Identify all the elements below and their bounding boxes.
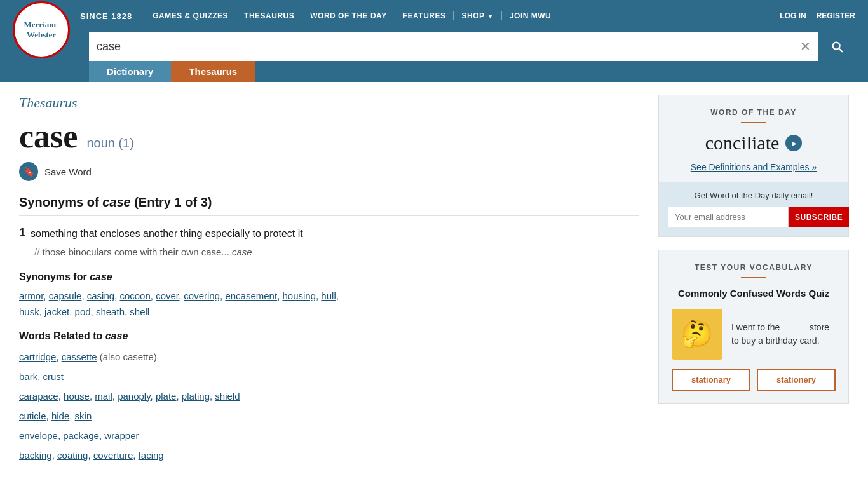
related-group-1: cartridge, cassette (also casette) (19, 348, 639, 365)
synonyms-list: armor, capsule, casing, cocoon, cover, c… (19, 288, 639, 320)
auth-area: LOG IN REGISTER (780, 11, 855, 20)
wod-underline (741, 122, 766, 123)
logo-text-line2: Webster (27, 30, 56, 40)
related-hide[interactable]: hide (51, 410, 69, 421)
search-box: ✕ (89, 32, 855, 61)
quiz-label: TEST YOUR VOCABULARY (672, 263, 836, 272)
synonym-pod[interactable]: pod (75, 306, 91, 317)
wod-email-section: Get Word of the Day daily email! SUBSCRI… (659, 182, 848, 236)
quiz-underline (741, 277, 766, 278)
synonym-casing[interactable]: casing (87, 290, 114, 301)
related-plate[interactable]: plate (156, 391, 177, 402)
tab-thesaurus[interactable]: Thesaurus (171, 61, 255, 82)
sidebar: WORD OF THE DAY conciliate ▶ See Definit… (658, 95, 849, 466)
synonym-armor[interactable]: armor (19, 290, 43, 301)
synonym-sheath[interactable]: sheath (96, 306, 125, 317)
related-wrapper[interactable]: wrapper (104, 430, 139, 441)
quiz-options: stationary stationery (672, 369, 836, 391)
chevron-down-icon: ▼ (487, 13, 493, 20)
wod-email-form: SUBSCRIBE (668, 207, 839, 227)
related-plating[interactable]: plating (182, 391, 210, 402)
synonym-cocoon[interactable]: cocoon (119, 290, 150, 301)
related-group-4: cuticle, hide, skin (19, 407, 639, 424)
search-icon (830, 39, 844, 53)
logo[interactable]: Merriam- Webster (13, 1, 70, 58)
related-bark[interactable]: bark (19, 371, 37, 382)
synonym-hull[interactable]: hull (321, 290, 336, 301)
related-house[interactable]: house (64, 391, 90, 402)
quiz-image: 🤔 (672, 309, 722, 360)
related-envelope[interactable]: envelope (19, 430, 58, 441)
since-text: SINCE 1828 (76, 11, 132, 21)
word-pos: noun (1) (86, 136, 134, 151)
synonym-jacket[interactable]: jacket (44, 306, 69, 317)
related-carapace[interactable]: carapace (19, 391, 58, 402)
synonym-shell[interactable]: shell (130, 306, 149, 317)
save-word-button[interactable]: 🔖 (19, 162, 38, 181)
quiz-option-stationary[interactable]: stationary (672, 369, 750, 391)
register-link[interactable]: REGISTER (817, 11, 855, 20)
tab-dictionary[interactable]: Dictionary (89, 61, 171, 82)
word-main: case (19, 120, 78, 153)
related-coating[interactable]: coating (57, 450, 88, 461)
example-text: those binoculars come with their own cas… (43, 247, 222, 257)
related-shield[interactable]: shield (215, 391, 240, 402)
related-note-1: (also casette) (100, 351, 157, 362)
slash-mark: // (34, 247, 43, 257)
nav-thesaurus[interactable]: THESAURUS (236, 11, 302, 20)
tab-bar: Dictionary Thesaurus (89, 61, 855, 82)
nav-join-mwu[interactable]: JOIN MWU (502, 11, 559, 20)
content-area: Thesaurus case noun (1) 🔖 Save Word Syno… (19, 95, 639, 466)
synonym-encasement[interactable]: encasement (225, 290, 277, 301)
search-input[interactable] (89, 32, 792, 61)
search-row: ✕ Dictionary Thesaurus (0, 32, 868, 82)
search-submit-button[interactable] (818, 32, 855, 61)
def-text: something that encloses another thing es… (31, 226, 303, 241)
nav-word-of-the-day[interactable]: WORD OF THE DAY (302, 11, 395, 20)
related-mail[interactable]: mail (95, 391, 112, 402)
login-link[interactable]: LOG IN (780, 11, 806, 20)
related-package[interactable]: package (63, 430, 99, 441)
save-word-row: 🔖 Save Word (19, 162, 639, 181)
logo-text-line1: Merriam- (24, 20, 59, 30)
synonym-cover[interactable]: cover (156, 290, 179, 301)
quiz-question: I went to the _____ store to buy a birth… (731, 321, 836, 348)
related-cassette[interactable]: cassette (62, 351, 97, 362)
audio-button[interactable]: ▶ (785, 135, 802, 151)
header-top: Merriam- Webster SINCE 1828 GAMES & QUIZ… (0, 0, 868, 32)
synonyms-section: Synonyms for case armor, capsule, casing… (19, 271, 639, 320)
related-facing[interactable]: facing (139, 450, 164, 461)
related-panoply[interactable]: panoply (118, 391, 150, 402)
section-label: Thesaurus (19, 95, 639, 111)
related-cartridge[interactable]: cartridge (19, 351, 56, 362)
synonym-housing[interactable]: housing (282, 290, 316, 301)
related-cuticle[interactable]: cuticle (19, 410, 46, 421)
wod-word-row: conciliate ▶ (672, 132, 836, 154)
nav-games-quizzes[interactable]: GAMES & QUIZZES (145, 11, 236, 20)
entry-heading: Synonyms of case (Entry 1 of 3) (19, 195, 639, 216)
related-group-2: bark, crust (19, 368, 639, 385)
nav-features[interactable]: FEATURES (395, 11, 454, 20)
related-group-5: envelope, package, wrapper (19, 427, 639, 444)
related-heading: Words Related to case (19, 330, 639, 342)
quiz-option-stationery[interactable]: stationery (757, 369, 836, 391)
synonym-husk[interactable]: husk (19, 306, 39, 317)
wod-see-link[interactable]: See Definitions and Examples » (691, 162, 817, 172)
search-clear-button[interactable]: ✕ (792, 40, 818, 53)
related-crust[interactable]: crust (43, 371, 64, 382)
def-number: 1 (19, 226, 25, 240)
example-italic-word: case (232, 247, 252, 257)
related-skin[interactable]: skin (75, 410, 92, 421)
synonym-covering[interactable]: covering (184, 290, 220, 301)
nav-shop[interactable]: SHOP ▼ (454, 11, 501, 20)
wod-subscribe-button[interactable]: SUBSCRIBE (789, 207, 849, 227)
synonyms-heading: Synonyms for case (19, 271, 639, 283)
main-container: Thesaurus case noun (1) 🔖 Save Word Syno… (0, 82, 868, 479)
def-row: 1 something that encloses another thing … (19, 226, 639, 241)
search-area: ✕ Dictionary Thesaurus (89, 32, 855, 82)
synonym-capsule[interactable]: capsule (49, 290, 82, 301)
quiz-title: Commonly Confused Words Quiz (672, 287, 836, 300)
related-backing[interactable]: backing (19, 450, 52, 461)
wod-email-input[interactable] (668, 207, 789, 227)
related-coverture[interactable]: coverture (93, 450, 133, 461)
